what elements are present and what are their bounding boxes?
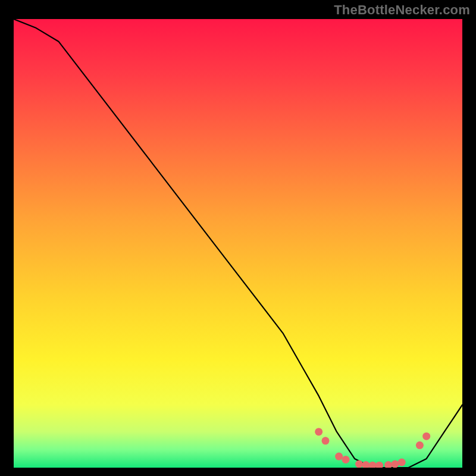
highlight-dots [315,428,430,468]
chart-container: TheBottleNecker.com [0,0,476,476]
highlight-dot [422,433,430,440]
highlight-dot [416,441,424,449]
highlight-dot [335,453,343,461]
plot-area [14,19,462,468]
highlight-dot [322,437,330,444]
highlight-dot [362,461,369,468]
highlight-dot [369,462,377,468]
watermark-text: TheBottleNecker.com [334,2,470,18]
bottleneck-curve [14,19,462,468]
curve-line [14,19,462,468]
plot-frame [12,18,464,469]
highlight-dot [342,456,350,464]
highlight-dot [355,461,363,468]
highlight-dot [384,461,392,468]
highlight-dot [391,461,399,468]
highlight-dot [315,428,322,436]
highlight-dot [375,462,383,468]
highlight-dot [398,459,406,466]
